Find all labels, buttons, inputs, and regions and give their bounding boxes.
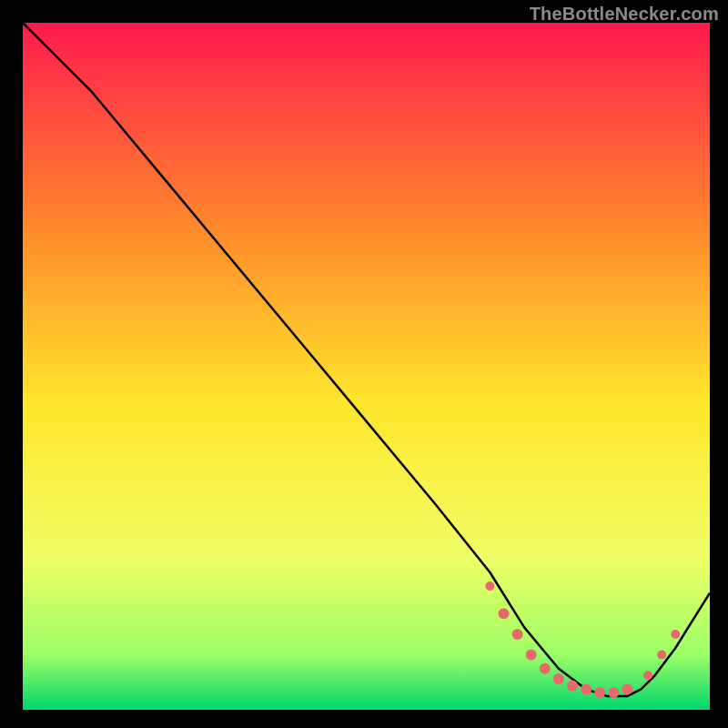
bottleneck-chart — [0, 0, 728, 728]
curve-marker — [643, 671, 652, 680]
curve-marker — [553, 673, 564, 684]
plot-background — [23, 23, 710, 710]
curve-marker — [499, 608, 510, 619]
curve-marker — [594, 687, 605, 698]
curve-marker — [512, 629, 523, 640]
curve-marker — [485, 581, 494, 591]
curve-marker — [657, 651, 666, 660]
curve-marker — [567, 681, 578, 692]
curve-marker — [540, 663, 551, 674]
curve-marker — [581, 683, 592, 694]
curve-marker — [622, 683, 632, 694]
curve-marker — [671, 630, 680, 639]
curve-marker — [526, 650, 537, 661]
curve-marker — [608, 687, 619, 698]
chart-stage: TheBottleNecker.com — [0, 0, 728, 728]
watermark-label: TheBottleNecker.com — [530, 4, 719, 25]
